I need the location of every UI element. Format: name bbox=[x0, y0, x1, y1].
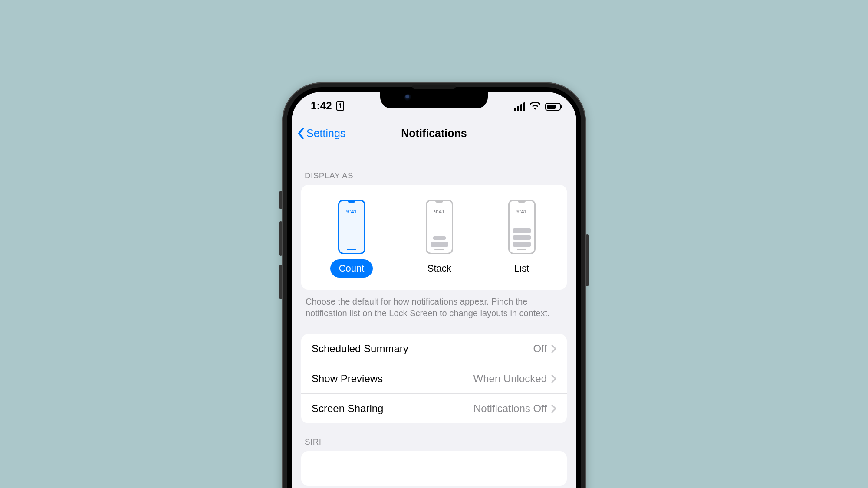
chevron-left-icon bbox=[297, 127, 305, 139]
display-as-label: Count bbox=[330, 259, 373, 278]
battery-icon bbox=[545, 103, 561, 111]
row-value: When Unlocked bbox=[473, 373, 547, 385]
chevron-right-icon bbox=[551, 344, 556, 353]
device-notch bbox=[380, 87, 488, 108]
show-previews-row[interactable]: Show Previews When Unlocked bbox=[301, 364, 567, 393]
volume-up-button bbox=[279, 221, 282, 256]
stack-preview-icon: 9:41 bbox=[426, 200, 453, 254]
display-as-option-count[interactable]: 9:41 Count bbox=[330, 200, 373, 278]
volume-down-button bbox=[279, 265, 282, 299]
list-preview-icon: 9:41 bbox=[508, 200, 536, 254]
settings-rows-card: Scheduled Summary Off Show Previews When… bbox=[301, 334, 567, 423]
screen-sharing-row[interactable]: Screen Sharing Notifications Off bbox=[301, 393, 567, 423]
siri-card bbox=[301, 451, 567, 486]
back-button[interactable]: Settings bbox=[297, 127, 345, 140]
display-as-footer: Choose the default for how notifications… bbox=[301, 290, 567, 319]
iphone-device-frame: 1:42 Settings bbox=[282, 82, 586, 488]
scheduled-summary-row[interactable]: Scheduled Summary Off bbox=[301, 334, 567, 364]
row-value: Off bbox=[533, 343, 547, 355]
screen: 1:42 Settings bbox=[292, 92, 576, 488]
back-label: Settings bbox=[306, 127, 345, 140]
display-as-option-list[interactable]: 9:41 List bbox=[506, 200, 538, 278]
display-as-label: Stack bbox=[419, 259, 460, 278]
chevron-right-icon bbox=[551, 404, 556, 413]
display-as-option-stack[interactable]: 9:41 Stack bbox=[419, 200, 460, 278]
wifi-icon bbox=[529, 101, 541, 113]
row-label: Scheduled Summary bbox=[312, 343, 408, 355]
chevron-right-icon bbox=[551, 374, 556, 383]
page-title: Notifications bbox=[401, 127, 467, 140]
mute-switch bbox=[279, 191, 282, 209]
row-label: Screen Sharing bbox=[312, 403, 383, 415]
cellular-signal-icon bbox=[514, 102, 526, 111]
portrait-orientation-lock-icon bbox=[336, 101, 344, 111]
siri-header: SIRI bbox=[301, 423, 567, 451]
side-button bbox=[586, 234, 589, 286]
count-preview-icon: 9:41 bbox=[338, 200, 365, 254]
row-value: Notifications Off bbox=[473, 403, 547, 415]
status-time: 1:42 bbox=[311, 100, 332, 112]
navigation-bar: Settings Notifications bbox=[292, 120, 576, 147]
display-as-card: 9:41 Count 9:41 bbox=[301, 185, 567, 290]
display-as-label: List bbox=[506, 259, 538, 278]
display-as-header: DISPLAY AS bbox=[301, 157, 567, 185]
row-label: Show Previews bbox=[312, 373, 383, 385]
